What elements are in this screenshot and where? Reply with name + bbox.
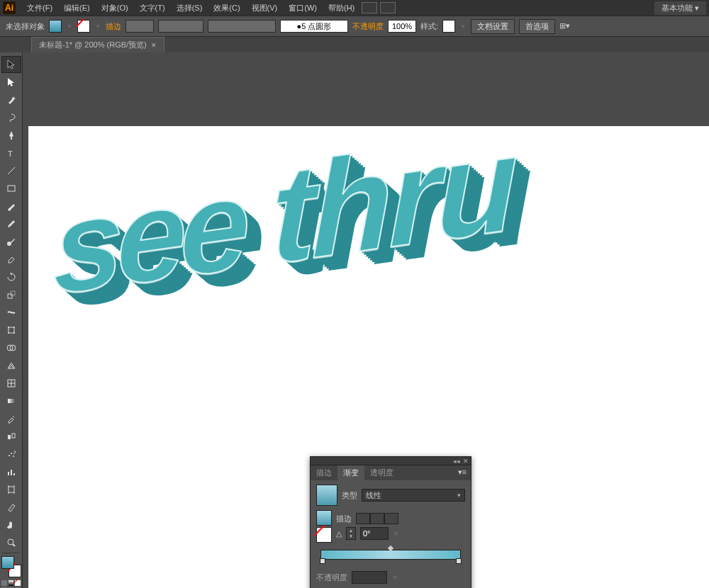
blob-brush-tool[interactable]: [1, 233, 21, 250]
gradient-midpoint[interactable]: [388, 545, 393, 551]
gradient-preview-swatch[interactable]: [316, 485, 337, 506]
svg-rect-23: [11, 470, 12, 475]
panel-menu-icon[interactable]: ▾≡: [454, 465, 471, 480]
line-tool[interactable]: [1, 162, 21, 179]
fill-dropdown[interactable]: [66, 20, 73, 33]
column-graph-tool[interactable]: [1, 463, 21, 480]
rectangle-tool[interactable]: [1, 180, 21, 197]
panel-tabs: 描边 渐变 透明度 ▾≡: [311, 465, 471, 480]
blend-tool[interactable]: [1, 428, 21, 445]
opacity-input[interactable]: 100%: [388, 20, 416, 33]
width-tool[interactable]: [1, 304, 21, 321]
svg-rect-18: [12, 434, 15, 438]
gradient-stop-right[interactable]: [456, 558, 462, 564]
document-tab[interactable]: 未标题-1* @ 200% (RGB/预览) ✕: [31, 37, 164, 52]
workspace-switcher[interactable]: 基本功能 ▾: [654, 1, 706, 15]
graphic-style-dropdown[interactable]: [459, 20, 467, 33]
stroke-profile-selector[interactable]: ● 5 点圆形: [280, 20, 348, 33]
gradient-slider[interactable]: [320, 550, 461, 560]
arrange-documents-button[interactable]: [362, 2, 377, 13]
slice-tool[interactable]: [1, 499, 21, 516]
panel-tab-gradient[interactable]: 渐变: [337, 465, 364, 480]
control-bar: 未选择对象 描边 ● 5 点圆形 不透明度 100% 样式: 文档设置 首选项 …: [0, 16, 709, 37]
svg-rect-22: [8, 472, 9, 475]
symbol-sprayer-tool[interactable]: [1, 446, 21, 463]
selection-tool[interactable]: [1, 56, 21, 73]
panel-tab-transparency[interactable]: 透明度: [364, 465, 399, 480]
menu-object[interactable]: 对象(O): [96, 3, 134, 13]
perspective-grid-tool[interactable]: [1, 357, 21, 374]
magic-wand-tool[interactable]: [1, 91, 21, 108]
menu-type[interactable]: 文字(T): [134, 3, 171, 13]
svg-rect-4: [8, 294, 12, 298]
align-icon[interactable]: ⊞▾: [559, 21, 572, 31]
gradient-tool[interactable]: [1, 392, 21, 409]
angle-stepper[interactable]: ▲▼: [346, 527, 356, 540]
fill-stroke-indicator[interactable]: [1, 556, 21, 577]
fill-swatch[interactable]: [49, 20, 62, 33]
document-setup-button[interactable]: 文档设置: [471, 19, 515, 34]
panel-tab-stroke[interactable]: 描边: [311, 465, 337, 480]
color-mode-row[interactable]: [1, 580, 21, 586]
scale-tool[interactable]: [1, 286, 21, 303]
menu-view[interactable]: 视图(V): [246, 3, 284, 13]
canvas-area[interactable]: seethru ◂◂ ✕ 描边 渐变 透明度 ▾≡ 类型 线性: [23, 52, 709, 588]
direct-selection-tool[interactable]: [1, 74, 21, 91]
menu-bar: Ai 文件(F) 编辑(E) 对象(O) 文字(T) 选择(S) 效果(C) 视…: [0, 0, 709, 16]
preferences-button[interactable]: 首选项: [519, 19, 555, 34]
close-tab-icon[interactable]: ✕: [151, 42, 157, 49]
pencil-tool[interactable]: [1, 215, 21, 232]
panel-grip[interactable]: ◂◂ ✕: [311, 457, 471, 465]
angle-input[interactable]: 0°: [360, 527, 389, 540]
stroke-label[interactable]: 描边: [106, 21, 121, 32]
pen-tool[interactable]: [1, 127, 21, 144]
stroke-weight-input[interactable]: [125, 20, 154, 33]
panel-opacity-input[interactable]: [352, 571, 387, 584]
eraser-tool[interactable]: [1, 251, 21, 268]
zoom-tool[interactable]: [1, 534, 21, 551]
svg-text:T: T: [8, 149, 13, 158]
menu-edit[interactable]: 编辑(E): [58, 3, 96, 13]
menu-help[interactable]: 帮助(H): [323, 3, 360, 13]
rotate-tool[interactable]: [1, 268, 21, 285]
panel-fill-swatch[interactable]: [316, 510, 332, 526]
svg-line-1: [8, 167, 15, 174]
brush-selector[interactable]: [208, 20, 276, 33]
document-tab-title: 未标题-1* @ 200% (RGB/预览): [39, 40, 147, 50]
menu-window[interactable]: 窗口(W): [283, 3, 323, 13]
svg-rect-16: [8, 399, 15, 403]
menu-file[interactable]: 文件(F): [21, 3, 58, 13]
svg-rect-25: [9, 487, 14, 492]
svg-point-26: [8, 539, 13, 545]
free-transform-tool[interactable]: [1, 322, 21, 339]
type-tool[interactable]: T: [1, 145, 21, 162]
hand-tool[interactable]: [1, 516, 21, 533]
artboard-tool[interactable]: [1, 481, 21, 498]
graphic-style-swatch[interactable]: [442, 20, 455, 33]
angle-dropdown[interactable]: [393, 527, 400, 540]
gradient-type-select[interactable]: 线性: [362, 489, 465, 502]
svg-point-7: [8, 327, 9, 328]
paintbrush-tool[interactable]: [1, 198, 21, 215]
panel-opacity-dropdown[interactable]: [391, 571, 398, 584]
svg-point-10: [13, 332, 15, 334]
gradient-stop-left[interactable]: [320, 558, 325, 564]
stroke-align-segments[interactable]: [356, 513, 398, 524]
panel-close-icon[interactable]: ✕: [463, 458, 469, 465]
panel-collapse-icon[interactable]: ◂◂: [453, 458, 460, 465]
stroke-swatch[interactable]: [77, 20, 90, 33]
stroke-dropdown[interactable]: [94, 20, 101, 33]
shape-builder-tool[interactable]: [1, 339, 21, 356]
eyedropper-tool[interactable]: [1, 410, 21, 427]
angle-icon: △: [336, 529, 342, 538]
screen-mode-button[interactable]: [380, 2, 396, 13]
stroke-style-input[interactable]: [158, 20, 203, 33]
style-label: 样式:: [420, 21, 438, 32]
menu-effect[interactable]: 效果(C): [208, 3, 245, 13]
mesh-tool[interactable]: [1, 375, 21, 392]
menu-select[interactable]: 选择(S): [171, 3, 208, 13]
lasso-tool[interactable]: [1, 109, 21, 126]
svg-point-21: [13, 456, 14, 457]
panel-stroke-swatch[interactable]: [316, 527, 332, 543]
opacity-label[interactable]: 不透明度: [352, 21, 384, 32]
